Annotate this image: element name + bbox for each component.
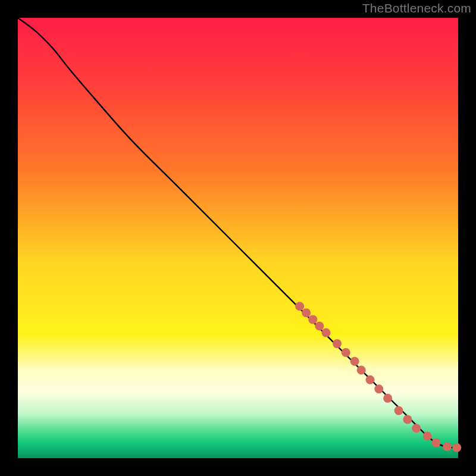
gradient-rect xyxy=(18,18,458,458)
chart-frame: TheBottleneck.com xyxy=(0,0,476,476)
highlight-dot xyxy=(342,348,350,357)
highlight-dot xyxy=(374,384,383,393)
highlight-dot xyxy=(357,366,366,375)
highlight-dot xyxy=(394,406,403,415)
highlight-dot xyxy=(308,315,317,324)
plot-area xyxy=(18,18,458,458)
highlight-dot xyxy=(423,432,432,441)
highlight-dot xyxy=(322,328,331,337)
highlight-dot xyxy=(412,424,421,433)
highlight-dot xyxy=(432,439,441,447)
highlight-dot xyxy=(302,308,311,317)
highlight-dot xyxy=(315,322,324,331)
highlight-dot xyxy=(295,302,304,311)
highlight-dot xyxy=(403,415,412,424)
highlight-dot xyxy=(443,442,452,451)
watermark-text: TheBottleneck.com xyxy=(362,1,471,15)
highlight-dot xyxy=(452,443,461,452)
highlight-dot xyxy=(383,394,392,403)
highlight-dot xyxy=(333,339,342,348)
highlight-dot xyxy=(366,375,375,384)
plot-svg xyxy=(18,18,458,458)
highlight-dot xyxy=(350,357,359,366)
